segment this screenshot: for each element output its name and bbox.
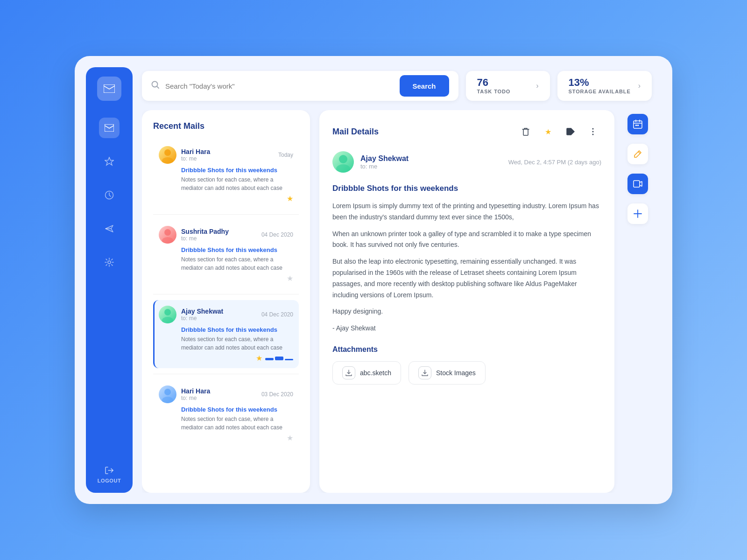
video-icon[interactable] <box>627 174 648 194</box>
mail-sender-4: Hari Hara <box>181 387 257 395</box>
storage-percent: 13% <box>569 77 631 88</box>
search-button[interactable]: Search <box>400 75 449 97</box>
svg-point-16 <box>339 155 347 163</box>
svg-point-14 <box>592 131 594 133</box>
mail-item-4[interactable]: Hari Hara to: me 03 Dec 2020 Dribbble Sh… <box>153 380 299 448</box>
body-para-3: But also the leap into electronic typese… <box>332 256 601 301</box>
mail-date-3: 04 Dec 2020 <box>261 311 293 318</box>
mail-meta-1: Hari Hara to: me <box>181 148 274 162</box>
star-button[interactable]: ★ <box>540 123 557 140</box>
mail-sender-1: Hari Hara <box>181 148 274 155</box>
task-stat-content: 76 TASK TODO <box>477 77 529 94</box>
app-container: LOGOUT Search 76 TASK TODO <box>75 56 672 504</box>
star-icon-3[interactable]: ★ <box>256 354 262 363</box>
mail-subject-2: Dribbble Shots for this weekends <box>159 246 293 253</box>
mail-meta-3: Ajay Shekwat to: me <box>181 308 257 322</box>
svg-point-5 <box>164 149 171 156</box>
svg-point-9 <box>164 309 171 315</box>
sidebar-item-send[interactable] <box>99 218 120 239</box>
sidebar-item-clock[interactable] <box>99 185 120 205</box>
mail-footer-3: ★ <box>159 354 293 363</box>
mail-meta-2: Sushrita Padhy to: me <box>181 228 257 242</box>
right-sidebar <box>624 110 652 493</box>
email-date: Wed, Dec 2, 4:57 PM (2 days ago) <box>508 159 601 166</box>
wave-line-2 <box>275 357 283 360</box>
mail-date-4: 03 Dec 2020 <box>261 391 293 398</box>
body-para-2: When an unknown printer took a galley of… <box>332 229 601 251</box>
task-chevron-icon: › <box>536 82 538 90</box>
sidebar-item-mail[interactable] <box>99 118 120 138</box>
avatar-sushrita <box>159 226 176 244</box>
mail-to-1: to: me <box>181 155 274 162</box>
sidebar-item-settings[interactable] <box>99 252 120 273</box>
detail-header: Mail Details ★ <box>332 123 601 140</box>
sidebar-logo[interactable] <box>97 77 121 101</box>
mail-item-1[interactable]: Hari Hara to: me Today Dribbble Shots fo… <box>153 140 299 209</box>
mail-date-2: 04 Dec 2020 <box>261 231 293 238</box>
mail-preview-4: Notes section for each case, where a med… <box>159 415 293 432</box>
mail-sender-2: Sushrita Padhy <box>181 228 257 235</box>
mail-item-2-header: Sushrita Padhy to: me 04 Dec 2020 <box>159 226 293 244</box>
avatar-hari-2 <box>159 385 176 403</box>
mail-list-title: Recent Mails <box>153 121 299 131</box>
svg-point-11 <box>164 389 171 395</box>
mail-subject-3: Dribbble Shots for this weekends <box>159 326 293 333</box>
sidebar-item-starred[interactable] <box>99 151 120 172</box>
content-area: Recent Mails Hari Hara to: me Today Drib… <box>142 110 652 493</box>
wave-lines <box>265 357 293 360</box>
attachments-row: abc.sketch Stock Images <box>332 361 601 385</box>
add-icon[interactable] <box>627 203 648 224</box>
mail-preview-3: Notes section for each case, where a med… <box>159 335 293 352</box>
mail-preview-2: Notes section for each case, where a med… <box>159 255 293 272</box>
detail-title: Mail Details <box>332 127 517 137</box>
calendar-icon[interactable] <box>627 114 648 134</box>
mail-item-2[interactable]: Sushrita Padhy to: me 04 Dec 2020 Dribbb… <box>153 220 299 288</box>
svg-point-3 <box>108 261 111 264</box>
download-icon-1 <box>342 366 355 379</box>
svg-point-13 <box>592 128 594 130</box>
attachment-2[interactable]: Stock Images <box>409 361 486 385</box>
mail-list-panel: Recent Mails Hari Hara to: me Today Drib… <box>142 110 310 493</box>
mail-item-3[interactable]: Ajay Shekwat to: me 04 Dec 2020 Dribbble… <box>153 300 299 368</box>
detail-body: Lorem Ipsum is simply dummy text of the … <box>332 201 601 334</box>
mail-preview-1: Notes section for each case, where a med… <box>159 175 293 192</box>
svg-point-8 <box>162 237 173 244</box>
mail-date-1: Today <box>278 152 293 158</box>
attachment-1-name: abc.sketch <box>360 369 391 377</box>
attachments-title: Attachments <box>332 345 601 354</box>
svg-rect-20 <box>637 125 639 126</box>
mail-subject-1: Dribbble Shots for this weekends <box>159 167 293 174</box>
detail-subject: Dribbble Shots for this weekends <box>332 184 601 193</box>
divider-1 <box>153 214 299 215</box>
sender-avatar <box>332 151 354 173</box>
star-icon-1[interactable]: ★ <box>287 194 293 203</box>
label-button[interactable] <box>562 123 579 140</box>
mail-footer-2: ★ <box>159 274 293 283</box>
mail-to-2: to: me <box>181 235 257 242</box>
more-button[interactable] <box>585 123 601 140</box>
logout-button[interactable]: LOGOUT <box>98 466 121 483</box>
pen-icon[interactable] <box>627 144 648 164</box>
storage-stat-card[interactable]: 13% STORAGE AVAILABLE › <box>557 71 652 101</box>
mail-detail-panel: Mail Details ★ <box>319 110 614 493</box>
delete-button[interactable] <box>517 123 534 140</box>
mail-item-3-header: Ajay Shekwat to: me 04 Dec 2020 <box>159 306 293 323</box>
mail-sender-3: Ajay Shekwat <box>181 308 257 315</box>
avatar-hari-1 <box>159 146 176 164</box>
svg-point-7 <box>164 229 171 236</box>
search-input[interactable] <box>165 82 394 90</box>
avatar-ajay <box>159 306 176 323</box>
attachment-2-name: Stock Images <box>436 369 476 377</box>
mail-footer-4: ★ <box>159 434 293 442</box>
mail-subject-4: Dribbble Shots for this weekends <box>159 406 293 413</box>
svg-rect-21 <box>634 181 640 187</box>
sender-name: Ajay Shekwat <box>360 154 502 163</box>
wave-line-3 <box>285 359 293 360</box>
sender-info: Ajay Shekwat to: me <box>360 154 502 170</box>
star-icon-4[interactable]: ★ <box>287 434 293 442</box>
star-icon-2[interactable]: ★ <box>287 274 293 283</box>
search-icon <box>151 81 160 91</box>
task-stat-card[interactable]: 76 TASK TODO › <box>466 71 550 101</box>
task-count: 76 <box>477 77 529 88</box>
attachment-1[interactable]: abc.sketch <box>332 361 401 385</box>
